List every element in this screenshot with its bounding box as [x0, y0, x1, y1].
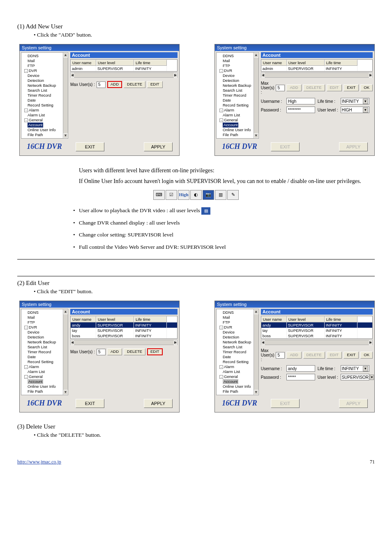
add-button[interactable]: ADD [107, 348, 122, 355]
tree-item[interactable]: File Path [23, 132, 67, 137]
tree-item[interactable]: -DVR [23, 68, 67, 73]
chevron-down-icon[interactable]: ▼ [370, 375, 374, 380]
scroll-left-icon[interactable]: ◀ [71, 340, 74, 345]
col-userlevel[interactable]: User level [96, 60, 134, 66]
username-input[interactable] [286, 98, 315, 104]
exit-button[interactable]: EXIT [344, 352, 359, 359]
col-lifetime[interactable]: Life time [134, 60, 167, 66]
scroll-down-icon[interactable]: ▼ [254, 390, 258, 395]
user-grid[interactable]: User name User level Life time andy SUPE… [70, 316, 178, 339]
tree-item[interactable]: Record Setting [218, 103, 257, 108]
tree-item-selected[interactable]: Account [223, 379, 238, 384]
table-row[interactable]: boss SUPERVISOR INFINITY [71, 333, 177, 338]
apply-button[interactable]: APPLY [144, 142, 173, 151]
scroll-up-icon[interactable]: ▲ [254, 309, 258, 314]
scroll-left-icon[interactable]: ◀ [71, 73, 74, 78]
tree-item[interactable]: -General [218, 374, 257, 379]
scrollbar[interactable]: ▲▼ [63, 53, 68, 138]
password-input[interactable] [286, 107, 315, 113]
tree-item[interactable]: File Path [218, 389, 257, 394]
table-row[interactable]: admin SUPERVISOR INFINITY [71, 66, 177, 71]
h-scrollbar[interactable]: ◀▶ [261, 340, 373, 345]
username-input[interactable] [286, 365, 315, 372]
tree-item[interactable]: Timer Record [218, 93, 257, 98]
tree-item[interactable]: DDNS [218, 310, 257, 315]
tree-item[interactable]: Search List [218, 88, 257, 93]
tree-view[interactable]: DDNS Mail FTP -DVR Device Detection Netw… [216, 52, 259, 139]
add-button[interactable]: ADD [107, 81, 122, 88]
apply-button[interactable]: APPLY [144, 399, 173, 408]
table-row[interactable]: tay SUPERVISOR INFINITY [261, 328, 372, 333]
scrollbar[interactable]: ▲▼ [254, 309, 258, 395]
tree-item[interactable]: Date [218, 98, 257, 103]
tree-item[interactable]: Network Backup [23, 83, 67, 88]
lifetime-select[interactable]: INFINITY▼ [341, 365, 369, 372]
tree-item[interactable]: -Alarm [23, 108, 67, 113]
tree-item[interactable]: Mail [218, 58, 257, 63]
tree-item[interactable]: Search List [23, 88, 67, 93]
maxusers-input[interactable] [276, 352, 285, 359]
userlevel-select[interactable]: HIGH▼ [341, 107, 369, 113]
tree-item[interactable]: Mail [23, 58, 67, 63]
scroll-down-icon[interactable]: ▼ [63, 133, 68, 138]
scroll-right-icon[interactable]: ▶ [174, 73, 177, 78]
tree-item[interactable]: File Path [23, 389, 67, 394]
maxusers-input[interactable] [97, 81, 106, 88]
delete-button[interactable]: DELETE [124, 348, 145, 355]
tree-item[interactable]: Device [218, 73, 257, 78]
scroll-down-icon[interactable]: ▼ [63, 390, 68, 395]
tree-item[interactable]: Network Backup [23, 340, 67, 345]
edit-button[interactable]: EDIT [147, 81, 163, 88]
user-grid[interactable]: User name User level Life time admin SUP… [261, 59, 373, 72]
table-row[interactable]: tay SUPERVISOR INFINITY [71, 328, 177, 333]
user-grid[interactable]: User name User level Life time admin SUP… [70, 59, 178, 72]
scroll-up-icon[interactable]: ▲ [63, 53, 68, 58]
tree-view[interactable]: DDNS Mail FTP -DVR Device Detection Netw… [216, 309, 259, 395]
tree-item[interactable]: Record Setting [23, 103, 67, 108]
chevron-down-icon[interactable]: ▼ [363, 99, 368, 104]
tree-item[interactable]: -Alarm [23, 364, 67, 369]
tree-view[interactable]: DDNS Mail FTP -DVR Device Detection Netw… [21, 52, 68, 139]
scroll-left-icon[interactable]: ◀ [261, 340, 265, 345]
lifetime-select[interactable]: INFINITY▼ [341, 98, 369, 104]
scroll-left-icon[interactable]: ◀ [261, 73, 265, 78]
tree-item[interactable]: FTP [218, 63, 257, 68]
tree-item[interactable]: Online User Info [218, 384, 257, 389]
userlevel-select[interactable]: SUPERVISOR▼ [341, 374, 369, 380]
user-grid[interactable]: User name User level Life time andy SUPE… [261, 316, 373, 339]
tree-item[interactable]: Online User Info [23, 384, 67, 389]
ok-button[interactable]: OK [360, 352, 373, 359]
tree-item[interactable]: Online User Info [218, 127, 257, 132]
tree-item[interactable]: Mail [218, 315, 257, 320]
scrollbar[interactable]: ▲▼ [63, 309, 68, 395]
tree-item[interactable]: Device [218, 330, 257, 335]
tree-item[interactable]: FTP [23, 320, 67, 325]
tree-item[interactable]: Record Setting [218, 359, 257, 364]
tree-item[interactable]: Device [23, 330, 67, 335]
tree-item[interactable]: Record Setting [23, 359, 67, 364]
tree-item[interactable]: Detection [218, 335, 257, 340]
tree-item[interactable]: -DVR [23, 325, 67, 330]
scroll-down-icon[interactable]: ▼ [254, 133, 258, 138]
h-scrollbar[interactable]: ◀▶ [261, 72, 373, 78]
tree-item[interactable]: Timer Record [218, 350, 257, 354]
exit-button[interactable]: EXIT [76, 142, 104, 151]
tree-item-selected[interactable]: Account [28, 379, 43, 384]
tree-item[interactable]: Alarm List [23, 369, 67, 374]
scroll-up-icon[interactable]: ▲ [63, 309, 68, 314]
tree-item[interactable]: FTP [218, 320, 257, 325]
tree-item[interactable]: -Alarm [218, 364, 257, 369]
tree-item[interactable]: Alarm List [218, 369, 257, 374]
tree-item[interactable]: -General [23, 118, 67, 123]
tree-item[interactable]: Network Backup [218, 340, 257, 345]
h-scrollbar[interactable]: ◀▶ [70, 340, 178, 345]
tree-item[interactable]: Detection [218, 78, 257, 83]
maxusers-input[interactable] [276, 85, 285, 91]
edit-button[interactable]: EDIT [147, 348, 163, 355]
tree-view[interactable]: DDNS Mail FTP -DVR Device Detection Netw… [21, 309, 68, 395]
tree-item[interactable]: -General [218, 118, 257, 123]
chevron-down-icon[interactable]: ▼ [363, 107, 368, 113]
tree-item[interactable]: -General [23, 374, 67, 379]
tree-item[interactable]: DDNS [23, 310, 67, 315]
tree-item[interactable]: Search List [218, 345, 257, 350]
